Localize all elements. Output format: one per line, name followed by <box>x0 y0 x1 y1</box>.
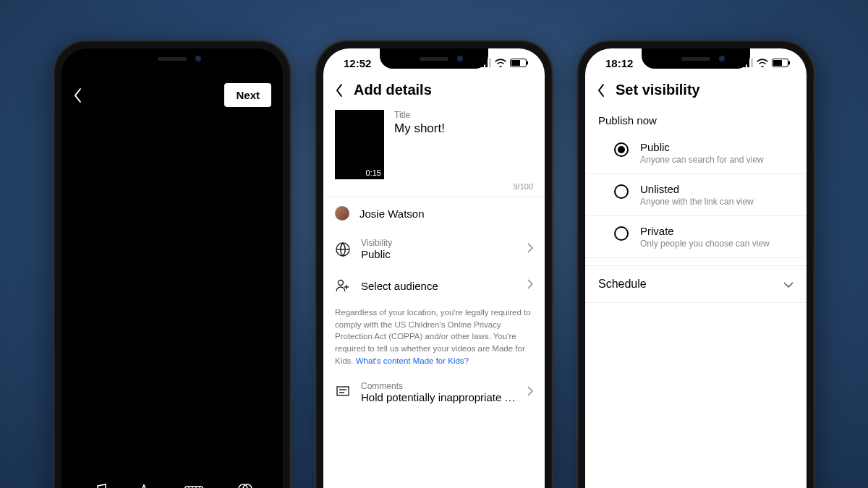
option-title: Unlisted <box>640 183 754 195</box>
wifi-icon <box>495 59 506 67</box>
comments-row[interactable]: Comments Hold potentially inappropriate … <box>323 372 545 412</box>
radio-unselected-icon <box>614 184 629 199</box>
people-icon <box>335 278 351 294</box>
status-time: 12:52 <box>344 57 371 69</box>
phone-set-visibility: 18:12 Set visibility Publish now Public … <box>576 40 815 488</box>
music-note-icon <box>91 482 109 488</box>
schedule-label: Schedule <box>598 278 647 291</box>
user-row: Josie Watson <box>323 197 545 229</box>
visibility-value: Public <box>361 248 517 260</box>
globe-icon <box>335 241 351 257</box>
svg-rect-13 <box>337 387 349 395</box>
video-thumbnail[interactable]: 0:15 <box>335 110 384 179</box>
visibility-option-public[interactable]: Public Anyone can search for and view <box>585 132 807 174</box>
chevron-down-icon <box>783 278 793 291</box>
tool-text[interactable]: Text <box>137 482 154 488</box>
wifi-icon <box>757 59 768 67</box>
user-name: Josie Watson <box>359 207 533 220</box>
title-label: Title <box>394 110 533 120</box>
comments-label: Comments <box>361 381 517 391</box>
timeline-icon <box>184 482 203 488</box>
duration-badge: 0:15 <box>366 168 381 177</box>
comments-value: Hold potentially inappropriate com… <box>361 391 517 403</box>
option-title: Private <box>640 225 770 237</box>
filters-icon <box>237 482 254 488</box>
back-icon[interactable] <box>597 83 605 98</box>
svg-rect-20 <box>788 61 790 65</box>
tool-filters[interactable]: Filters <box>234 482 256 488</box>
notch <box>118 48 226 69</box>
avatar <box>335 206 349 221</box>
battery-icon <box>772 59 791 67</box>
notch <box>642 48 750 69</box>
svg-point-12 <box>339 281 344 286</box>
option-subtitle: Anyone can search for and view <box>640 155 764 165</box>
visibility-option-unlisted[interactable]: Unlisted Anyone with the link can view <box>585 174 807 216</box>
tool-sound[interactable]: Sound <box>88 482 111 488</box>
battery-icon <box>510 59 529 67</box>
comment-icon <box>335 385 351 400</box>
notch <box>380 48 488 69</box>
page-title: Add details <box>354 82 432 98</box>
option-title: Public <box>640 141 764 153</box>
legal-text: Regardless of your location, you're lega… <box>323 302 545 372</box>
back-icon[interactable] <box>73 87 83 103</box>
status-time: 18:12 <box>605 57 633 69</box>
screen-editor: Next Sound Text Timeline <box>61 48 283 488</box>
next-button[interactable]: Next <box>224 83 271 107</box>
page-title: Set visibility <box>616 82 700 98</box>
visibility-row[interactable]: Visibility Public <box>323 229 545 269</box>
chevron-right-icon <box>527 279 533 292</box>
svg-rect-9 <box>511 60 520 66</box>
svg-rect-17 <box>751 59 753 67</box>
visibility-label: Visibility <box>361 238 517 248</box>
audience-row[interactable]: Select audience <box>323 269 545 302</box>
back-icon[interactable] <box>335 83 344 98</box>
audience-label: Select audience <box>361 280 517 292</box>
title-input[interactable]: My short! <box>394 121 533 136</box>
phone-editor: Next Sound Text Timeline <box>53 40 292 488</box>
screen-add-details: 12:52 Add details 0:15 Title My short! 9… <box>323 48 545 488</box>
text-icon <box>137 482 154 488</box>
phone-add-details: 12:52 Add details 0:15 Title My short! 9… <box>315 40 553 488</box>
tool-timeline[interactable]: Timeline <box>179 482 209 488</box>
schedule-row[interactable]: Schedule <box>585 265 807 303</box>
visibility-option-private[interactable]: Private Only people you choose can view <box>585 216 807 258</box>
option-subtitle: Only people you choose can view <box>640 239 770 249</box>
title-section[interactable]: 0:15 Title My short! <box>323 106 545 182</box>
svg-rect-7 <box>489 59 491 67</box>
legal-link[interactable]: What's content Made for Kids? <box>356 356 469 365</box>
chevron-right-icon <box>527 243 533 256</box>
screen-set-visibility: 18:12 Set visibility Publish now Public … <box>585 48 807 488</box>
publish-now-heading: Publish now <box>585 106 807 132</box>
radio-selected-icon <box>614 142 629 157</box>
svg-rect-19 <box>773 60 782 66</box>
option-subtitle: Anyone with the link can view <box>640 197 754 207</box>
radio-unselected-icon <box>614 226 629 241</box>
chevron-right-icon <box>527 386 533 399</box>
char-count: 9/100 <box>323 182 545 197</box>
svg-rect-10 <box>527 61 528 65</box>
